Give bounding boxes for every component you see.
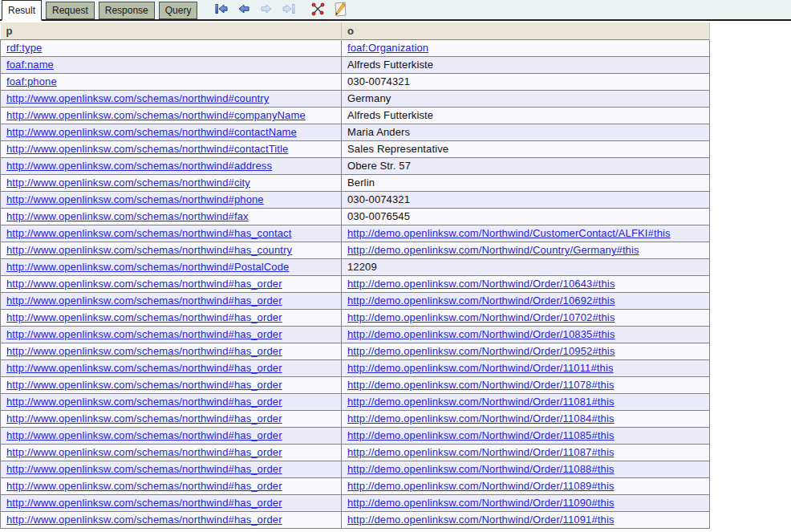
object-link[interactable]: http://demo.openlinksw.com/Northwind/Ord… <box>347 429 615 441</box>
edit-query-icon[interactable] <box>333 2 347 16</box>
object-link[interactable]: foaf:Organization <box>347 42 428 54</box>
predicate-cell: http://www.openlinksw.com/schemas/northw… <box>1 90 342 107</box>
predicate-cell: foaf:name <box>1 56 342 73</box>
predicate-link[interactable]: http://www.openlinksw.com/schemas/northw… <box>6 463 282 475</box>
predicate-cell: http://www.openlinksw.com/schemas/northw… <box>1 191 342 208</box>
object-link[interactable]: http://demo.openlinksw.com/Northwind/Ord… <box>347 480 615 492</box>
first-page-icon[interactable] <box>214 2 229 16</box>
object-link[interactable]: http://demo.openlinksw.com/Northwind/Cou… <box>347 244 639 256</box>
predicate-link[interactable]: http://www.openlinksw.com/schemas/northw… <box>6 261 289 273</box>
tab-response[interactable]: Response <box>99 2 155 19</box>
object-cell: http://demo.openlinksw.com/Northwind/Ord… <box>342 376 710 393</box>
object-cell: http://demo.openlinksw.com/Northwind/Ord… <box>342 444 710 461</box>
previous-page-icon[interactable] <box>237 2 251 16</box>
object-literal: Alfreds Futterkiste <box>342 56 710 73</box>
graph-view-icon[interactable] <box>310 2 325 16</box>
predicate-cell: http://www.openlinksw.com/schemas/northw… <box>1 343 342 359</box>
predicate-link[interactable]: http://www.openlinksw.com/schemas/northw… <box>6 193 264 205</box>
predicate-cell: http://www.openlinksw.com/schemas/northw… <box>1 174 342 191</box>
predicate-cell: http://www.openlinksw.com/schemas/northw… <box>1 393 342 410</box>
predicate-link[interactable]: http://www.openlinksw.com/schemas/northw… <box>6 210 249 222</box>
tab-request[interactable]: Request <box>46 2 95 19</box>
predicate-link[interactable]: http://www.openlinksw.com/schemas/northw… <box>6 244 292 256</box>
object-link[interactable]: http://demo.openlinksw.com/Northwind/Ord… <box>347 463 615 475</box>
predicate-cell: http://www.openlinksw.com/schemas/northw… <box>1 444 342 461</box>
predicate-link[interactable]: foaf:name <box>6 59 54 71</box>
object-cell: http://demo.openlinksw.com/Northwind/Cus… <box>342 225 710 242</box>
predicate-link[interactable]: http://www.openlinksw.com/schemas/northw… <box>6 396 282 408</box>
object-link[interactable]: http://demo.openlinksw.com/Northwind/Ord… <box>347 412 615 424</box>
object-link[interactable]: http://demo.openlinksw.com/Northwind/Ord… <box>347 345 615 357</box>
last-page-icon[interactable] <box>282 2 296 16</box>
table-row: http://www.openlinksw.com/schemas/northw… <box>1 461 710 477</box>
predicate-link[interactable]: http://www.openlinksw.com/schemas/northw… <box>6 160 272 172</box>
table-row: http://www.openlinksw.com/schemas/northw… <box>1 511 710 528</box>
predicate-link[interactable]: http://www.openlinksw.com/schemas/northw… <box>6 227 291 239</box>
object-cell: http://demo.openlinksw.com/Northwind/Ord… <box>342 477 710 494</box>
object-link[interactable]: http://demo.openlinksw.com/Northwind/Ord… <box>347 328 615 340</box>
object-link[interactable]: http://demo.openlinksw.com/Northwind/Ord… <box>347 379 615 391</box>
object-link[interactable]: http://demo.openlinksw.com/Northwind/Ord… <box>347 446 615 458</box>
tab-response-label: Response <box>105 5 148 16</box>
object-cell: http://demo.openlinksw.com/Northwind/Ord… <box>342 494 710 511</box>
table-row: http://www.openlinksw.com/schemas/northw… <box>1 157 710 174</box>
predicate-link[interactable]: http://www.openlinksw.com/schemas/northw… <box>6 143 288 155</box>
object-link[interactable]: http://demo.openlinksw.com/Northwind/Ord… <box>347 362 614 374</box>
predicate-link[interactable]: http://www.openlinksw.com/schemas/northw… <box>6 294 282 307</box>
table-row: http://www.openlinksw.com/schemas/northw… <box>1 427 710 444</box>
tab-result[interactable]: Result <box>2 0 42 21</box>
predicate-cell: http://www.openlinksw.com/schemas/northw… <box>1 309 342 326</box>
predicate-link[interactable]: http://www.openlinksw.com/schemas/northw… <box>6 362 282 374</box>
tab-query-label: Query <box>165 5 192 16</box>
tab-result-label: Result <box>8 5 35 16</box>
predicate-link[interactable]: http://www.openlinksw.com/schemas/northw… <box>6 480 282 492</box>
predicate-cell: http://www.openlinksw.com/schemas/northw… <box>1 477 342 494</box>
next-page-icon[interactable] <box>259 2 274 16</box>
predicate-link[interactable]: http://www.openlinksw.com/schemas/northw… <box>6 446 282 458</box>
predicate-cell: http://www.openlinksw.com/schemas/northw… <box>1 410 342 427</box>
predicate-link[interactable]: http://www.openlinksw.com/schemas/northw… <box>6 412 282 424</box>
table-row: http://www.openlinksw.com/schemas/northw… <box>1 444 710 461</box>
table-row: http://www.openlinksw.com/schemas/northw… <box>1 90 710 107</box>
sparql-result-table: p o rdf:typefoaf:Organizationfoaf:nameAl… <box>0 22 710 529</box>
column-header-o: o <box>342 22 710 39</box>
predicate-link[interactable]: http://www.openlinksw.com/schemas/northw… <box>6 278 282 290</box>
object-cell: http://demo.openlinksw.com/Northwind/Ord… <box>342 359 710 376</box>
predicate-link[interactable]: http://www.openlinksw.com/schemas/northw… <box>6 497 282 509</box>
object-link[interactable]: http://demo.openlinksw.com/Northwind/Ord… <box>347 497 615 509</box>
object-literal: Alfreds Futterkiste <box>342 107 710 124</box>
object-link[interactable]: http://demo.openlinksw.com/Northwind/Ord… <box>347 294 615 307</box>
object-link[interactable]: http://demo.openlinksw.com/Northwind/Cus… <box>347 227 671 239</box>
predicate-link[interactable]: http://www.openlinksw.com/schemas/northw… <box>6 126 297 138</box>
predicate-link[interactable]: http://www.openlinksw.com/schemas/northw… <box>6 345 282 357</box>
predicate-cell: http://www.openlinksw.com/schemas/northw… <box>1 225 342 242</box>
predicate-cell: foaf:phone <box>1 73 342 90</box>
object-link[interactable]: http://demo.openlinksw.com/Northwind/Ord… <box>347 514 615 526</box>
object-cell: http://demo.openlinksw.com/Northwind/Ord… <box>342 275 710 292</box>
predicate-link[interactable]: http://www.openlinksw.com/schemas/northw… <box>6 92 269 104</box>
predicate-link[interactable]: http://www.openlinksw.com/schemas/northw… <box>6 109 306 121</box>
object-cell: http://demo.openlinksw.com/Northwind/Ord… <box>342 393 710 410</box>
object-literal: Maria Anders <box>342 124 710 140</box>
object-link[interactable]: http://demo.openlinksw.com/Northwind/Ord… <box>347 396 615 408</box>
table-row: http://www.openlinksw.com/schemas/northw… <box>1 376 710 393</box>
table-row: http://www.openlinksw.com/schemas/northw… <box>1 275 710 292</box>
predicate-cell: http://www.openlinksw.com/schemas/northw… <box>1 208 342 225</box>
table-row: http://www.openlinksw.com/schemas/northw… <box>1 124 710 140</box>
result-nav-toolbar <box>214 2 347 19</box>
predicate-link[interactable]: http://www.openlinksw.com/schemas/northw… <box>6 177 250 189</box>
object-link[interactable]: http://demo.openlinksw.com/Northwind/Ord… <box>347 311 615 323</box>
predicate-link[interactable]: http://www.openlinksw.com/schemas/northw… <box>6 311 282 323</box>
object-cell: http://demo.openlinksw.com/Northwind/Ord… <box>342 427 710 444</box>
predicate-link[interactable]: foaf:phone <box>6 75 57 87</box>
tab-query[interactable]: Query <box>159 2 198 19</box>
predicate-link[interactable]: http://www.openlinksw.com/schemas/northw… <box>6 429 282 441</box>
object-link[interactable]: http://demo.openlinksw.com/Northwind/Ord… <box>347 278 615 290</box>
predicate-link[interactable]: rdf:type <box>6 42 42 54</box>
predicate-link[interactable]: http://www.openlinksw.com/schemas/northw… <box>6 379 282 391</box>
predicate-link[interactable]: http://www.openlinksw.com/schemas/northw… <box>6 514 282 526</box>
predicate-cell: http://www.openlinksw.com/schemas/northw… <box>1 359 342 376</box>
predicate-cell: http://www.openlinksw.com/schemas/northw… <box>1 242 342 258</box>
table-row: rdf:typefoaf:Organization <box>1 39 710 56</box>
predicate-link[interactable]: http://www.openlinksw.com/schemas/northw… <box>6 328 282 340</box>
